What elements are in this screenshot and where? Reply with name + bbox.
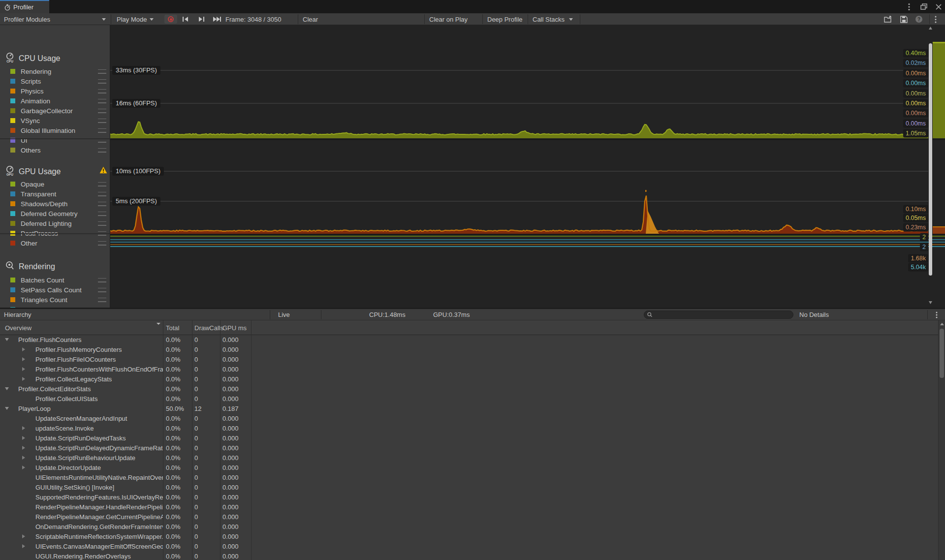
deep-profile-toggle[interactable]: Deep Profile <box>487 13 523 25</box>
table-row[interactable]: updateScene.Invoke 0.0% 0 0.000 <box>0 424 945 434</box>
column-drawcalls[interactable]: DrawCalls <box>194 320 223 335</box>
drag-handle[interactable] <box>98 221 106 226</box>
table-row[interactable]: RenderPipelineManager.HandleRenderPipeli… <box>0 502 945 512</box>
details-menu-button[interactable] <box>936 309 938 320</box>
column-overview[interactable]: Overview <box>5 320 32 335</box>
legend-item-triangles-count[interactable]: Triangles Count <box>0 295 110 305</box>
legend-item-animation[interactable]: Animation <box>0 96 110 106</box>
legend-item-rendering[interactable]: Rendering <box>0 66 110 76</box>
table-row[interactable]: Profiler.FlushCountersWithFlushOnEndOfFr… <box>0 365 945 374</box>
column-gpums[interactable]: GPU ms <box>222 320 247 335</box>
legend-item-other[interactable]: Other <box>0 238 110 248</box>
table-scrollbar[interactable] <box>938 320 945 560</box>
details-dropdown[interactable]: No Details <box>799 309 829 320</box>
drag-handle[interactable] <box>98 119 106 123</box>
module-header-cpu-usage[interactable]: CPUCPU Usage <box>5 53 60 64</box>
tab-profiler[interactable]: Profiler <box>0 0 49 13</box>
legend-swatch <box>10 118 15 123</box>
drag-handle[interactable] <box>98 109 106 113</box>
details-label: No Details <box>799 311 829 318</box>
legend-item-others[interactable]: Others <box>0 145 110 155</box>
legend-item-shadows-depth[interactable]: Shadows/Depth <box>0 199 110 209</box>
legend-item-garbagecollector[interactable]: GarbageCollector <box>0 106 110 116</box>
legend-item-ui[interactable]: UI <box>0 135 110 145</box>
table-row[interactable]: Update.ScriptRunBehaviourUpdate 0.0% 0 0… <box>0 453 945 463</box>
last-frame-button[interactable] <box>213 13 221 25</box>
table-row[interactable]: Update.DirectorUpdate 0.0% 0 0.000 <box>0 463 945 473</box>
drag-handle[interactable] <box>98 182 106 187</box>
search-input[interactable] <box>654 311 790 319</box>
help-button[interactable]: ? <box>915 13 923 25</box>
window-menu-icon[interactable] <box>905 2 914 11</box>
scroll-up-icon[interactable] <box>940 323 944 325</box>
record-icon <box>168 16 174 22</box>
legend-item-transparent[interactable]: Transparent <box>0 189 110 199</box>
save-profile-button[interactable] <box>900 13 908 25</box>
scrollbar-thumb[interactable] <box>940 329 944 378</box>
legend-item-physics[interactable]: Physics <box>0 86 110 96</box>
first-frame-button[interactable] <box>182 13 189 25</box>
table-row[interactable]: Profiler.CollectLegacyStats 0.0% 0 0.000 <box>0 374 945 384</box>
play-mode-dropdown[interactable]: Play Mode <box>117 13 154 25</box>
legend-item-deferred-geometry[interactable]: Deferred Geometry <box>0 209 110 218</box>
table-row[interactable]: UpdateScreenManagerAndInput 0.0% 0 0.000 <box>0 414 945 424</box>
call-stacks-toggle[interactable]: Call Stacks <box>533 13 565 25</box>
table-row[interactable]: PlayerLoop 50.0% 12 0.187 <box>0 404 945 414</box>
table-row[interactable]: UIElementsRuntimeUtilityNative.RepaintOv… <box>0 473 945 483</box>
legend-item-vsync[interactable]: VSync <box>0 116 110 125</box>
drag-handle[interactable] <box>98 212 106 216</box>
drag-handle[interactable] <box>98 288 106 292</box>
drag-handle[interactable] <box>98 278 106 282</box>
legend-swatch <box>10 69 15 74</box>
table-row[interactable]: Profiler.CollectEditorStats 0.0% 0 0.000 <box>0 384 945 394</box>
drag-handle[interactable] <box>98 192 106 196</box>
chevron-down-icon[interactable] <box>569 18 573 21</box>
legend-item-batches-count[interactable]: Batches Count <box>0 275 110 285</box>
drag-handle[interactable] <box>98 128 106 133</box>
table-row[interactable]: OnDemandRendering.GetRenderFrameInterval… <box>0 522 945 532</box>
clear-on-play-toggle[interactable]: Clear on Play <box>429 13 468 25</box>
charts-area[interactable]: 33ms (30FPS)16ms (60FPS)10ms (100FPS)5ms… <box>0 25 945 308</box>
drag-handle[interactable] <box>98 241 106 246</box>
legend-item-deferred-lighting[interactable]: Deferred Lighting <box>0 218 110 228</box>
legend-item-setpass-calls-count[interactable]: SetPass Calls Count <box>0 285 110 295</box>
table-row[interactable]: Profiler.CollectUIStats 0.0% 0 0.000 <box>0 394 945 404</box>
drag-handle[interactable] <box>98 202 106 206</box>
column-total[interactable]: Total <box>166 320 179 335</box>
search-field[interactable] <box>644 311 793 319</box>
clear-button[interactable]: Clear <box>303 13 318 25</box>
drag-handle[interactable] <box>98 99 106 103</box>
module-header-rendering[interactable]: Rendering <box>5 261 55 272</box>
module-header-gpu-usage[interactable]: GPUGPU Usage <box>5 166 61 177</box>
hierarchy-dropdown[interactable]: Hierarchy <box>4 309 32 320</box>
legend-item-opaque[interactable]: Opaque <box>0 179 110 189</box>
profiler-modules-dropdown[interactable]: Profiler Modules <box>4 13 50 25</box>
window-close-icon[interactable] <box>934 2 943 11</box>
table-row[interactable]: Update.ScriptRunDelayedDynamicFrameRate … <box>0 443 945 453</box>
toolbar-menu-button[interactable] <box>935 13 937 25</box>
legend-item-scripts[interactable]: Scripts <box>0 76 110 86</box>
live-toggle[interactable]: Live <box>278 309 290 320</box>
grid-label: 5ms (200FPS) <box>112 197 160 206</box>
legend-item-global-illumination[interactable]: Global Illumination <box>0 125 110 135</box>
drag-handle[interactable] <box>98 79 106 84</box>
window-maximize-icon[interactable] <box>919 2 928 11</box>
table-row[interactable]: Profiler.FlushFileIOCounters 0.0% 0 0.00… <box>0 355 945 365</box>
table-row[interactable]: GUIUtility.SetSkin() [Invoke] 0.0% 0 0.0… <box>0 483 945 493</box>
table-row[interactable]: UIEvents.CanvasManagerEmitOffScreenGeome… <box>0 542 945 552</box>
table-row[interactable]: RenderPipelineManager.GetCurrentPipeline… <box>0 512 945 522</box>
load-profile-button[interactable] <box>884 13 893 25</box>
table-row[interactable]: Profiler.FlushMemoryCounters 0.0% 0 0.00… <box>0 345 945 355</box>
table-row[interactable]: Profiler.FlushCounters 0.0% 0 0.000 <box>0 335 945 345</box>
table-row[interactable]: Update.ScriptRunDelayedTasks 0.0% 0 0.00… <box>0 434 945 443</box>
drag-handle[interactable] <box>98 298 106 302</box>
chart-value-pill: 0.00ms <box>903 99 928 108</box>
drag-handle[interactable] <box>98 89 106 93</box>
drag-handle[interactable] <box>98 69 106 74</box>
table-row[interactable]: UGUI.Rendering.RenderOverlays 0.0% 0 0.0… <box>0 552 945 560</box>
drag-handle[interactable] <box>98 148 106 153</box>
table-row[interactable]: ScriptableRuntimeReflectionSystemWrapper… <box>0 532 945 542</box>
record-button[interactable] <box>164 15 177 24</box>
table-row[interactable]: SupportedRenderingFeatures.IsUIOverlayRe… <box>0 493 945 502</box>
next-frame-button[interactable] <box>198 13 205 25</box>
